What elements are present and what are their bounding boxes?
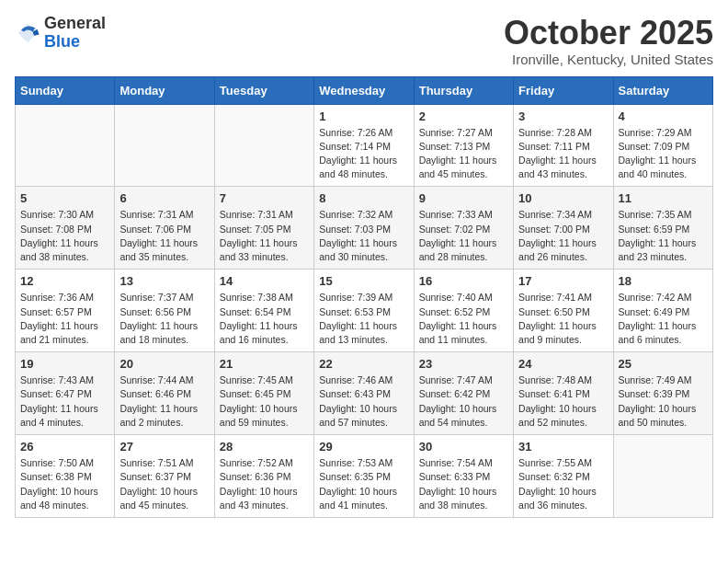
logo-general: General [44,14,106,32]
location: Ironville, Kentucky, United States [504,52,713,67]
page-header: General Blue October 2025 Ironville, Ken… [15,15,713,67]
calendar-cell: 13Sunrise: 7:37 AM Sunset: 6:56 PM Dayli… [115,270,214,352]
day-info: Sunrise: 7:54 AM Sunset: 6:33 PM Dayligh… [419,456,508,512]
day-number: 3 [518,109,608,123]
day-number: 8 [319,191,408,205]
day-info: Sunrise: 7:26 AM Sunset: 7:14 PM Dayligh… [319,126,408,182]
calendar-cell: 28Sunrise: 7:52 AM Sunset: 6:36 PM Dayli… [214,435,313,518]
logo-icon [15,20,40,46]
calendar-cell [16,104,115,187]
month-title: October 2025 [504,15,713,52]
day-number: 20 [119,357,209,371]
day-number: 17 [518,274,608,288]
calendar-week: 5Sunrise: 7:30 AM Sunset: 7:08 PM Daylig… [16,187,713,270]
calendar-cell: 1Sunrise: 7:26 AM Sunset: 7:14 PM Daylig… [314,104,414,187]
calendar-cell: 14Sunrise: 7:38 AM Sunset: 6:54 PM Dayli… [214,270,313,352]
day-info: Sunrise: 7:50 AM Sunset: 6:38 PM Dayligh… [20,456,109,512]
calendar-cell: 11Sunrise: 7:35 AM Sunset: 6:59 PM Dayli… [613,187,712,270]
day-info: Sunrise: 7:34 AM Sunset: 7:00 PM Dayligh… [518,208,608,264]
day-info: Sunrise: 7:35 AM Sunset: 6:59 PM Dayligh… [619,208,708,264]
header-day: Monday [115,76,214,104]
calendar-cell: 25Sunrise: 7:49 AM Sunset: 6:39 PM Dayli… [613,352,712,435]
header-day: Thursday [414,76,513,104]
logo-text: General Blue [44,15,106,52]
calendar-week: 19Sunrise: 7:43 AM Sunset: 6:47 PM Dayli… [16,352,713,435]
title-block: October 2025 Ironville, Kentucky, United… [504,15,713,67]
day-number: 1 [319,109,408,123]
day-info: Sunrise: 7:40 AM Sunset: 6:52 PM Dayligh… [419,291,508,347]
day-number: 6 [119,191,209,205]
day-number: 26 [20,440,109,454]
day-info: Sunrise: 7:31 AM Sunset: 7:05 PM Dayligh… [220,208,309,264]
calendar-cell: 19Sunrise: 7:43 AM Sunset: 6:47 PM Dayli… [16,352,115,435]
day-info: Sunrise: 7:46 AM Sunset: 6:43 PM Dayligh… [319,373,408,430]
day-info: Sunrise: 7:47 AM Sunset: 6:42 PM Dayligh… [419,373,508,430]
day-number: 10 [518,191,608,205]
day-info: Sunrise: 7:53 AM Sunset: 6:35 PM Dayligh… [319,456,408,512]
day-info: Sunrise: 7:28 AM Sunset: 7:11 PM Dayligh… [518,126,608,182]
day-number: 30 [419,440,508,454]
day-number: 19 [20,357,109,371]
day-number: 22 [319,357,408,371]
day-info: Sunrise: 7:51 AM Sunset: 6:37 PM Dayligh… [119,456,209,512]
calendar-cell: 2Sunrise: 7:27 AM Sunset: 7:13 PM Daylig… [414,104,513,187]
day-info: Sunrise: 7:52 AM Sunset: 6:36 PM Dayligh… [220,456,309,512]
calendar-cell: 7Sunrise: 7:31 AM Sunset: 7:05 PM Daylig… [214,187,313,270]
calendar-cell: 15Sunrise: 7:39 AM Sunset: 6:53 PM Dayli… [314,270,414,352]
calendar-cell: 23Sunrise: 7:47 AM Sunset: 6:42 PM Dayli… [414,352,513,435]
day-number: 2 [419,109,508,123]
logo-blue: Blue [44,32,80,51]
calendar-cell: 10Sunrise: 7:34 AM Sunset: 7:00 PM Dayli… [514,187,613,270]
day-number: 18 [619,274,708,288]
day-number: 15 [319,274,408,288]
day-info: Sunrise: 7:36 AM Sunset: 6:57 PM Dayligh… [20,291,109,347]
calendar-cell: 5Sunrise: 7:30 AM Sunset: 7:08 PM Daylig… [16,187,115,270]
calendar-cell: 18Sunrise: 7:42 AM Sunset: 6:49 PM Dayli… [613,270,712,352]
day-info: Sunrise: 7:43 AM Sunset: 6:47 PM Dayligh… [20,373,109,430]
day-info: Sunrise: 7:49 AM Sunset: 6:39 PM Dayligh… [619,373,708,430]
day-number: 29 [319,440,408,454]
day-info: Sunrise: 7:37 AM Sunset: 6:56 PM Dayligh… [119,291,209,347]
calendar-cell [214,104,313,187]
calendar-week: 1Sunrise: 7:26 AM Sunset: 7:14 PM Daylig… [16,104,713,187]
day-info: Sunrise: 7:29 AM Sunset: 7:09 PM Dayligh… [619,126,708,182]
day-number: 25 [619,357,708,371]
day-number: 7 [220,191,309,205]
day-number: 13 [119,274,209,288]
day-info: Sunrise: 7:45 AM Sunset: 6:45 PM Dayligh… [220,373,309,430]
header-day: Friday [514,76,613,104]
calendar-cell: 29Sunrise: 7:53 AM Sunset: 6:35 PM Dayli… [314,435,414,518]
day-number: 5 [20,191,109,205]
header-day: Sunday [16,76,115,104]
day-number: 4 [619,109,708,123]
day-info: Sunrise: 7:55 AM Sunset: 6:32 PM Dayligh… [518,456,608,512]
calendar-cell: 6Sunrise: 7:31 AM Sunset: 7:06 PM Daylig… [115,187,214,270]
calendar-cell: 3Sunrise: 7:28 AM Sunset: 7:11 PM Daylig… [514,104,613,187]
calendar-cell: 30Sunrise: 7:54 AM Sunset: 6:33 PM Dayli… [414,435,513,518]
day-info: Sunrise: 7:42 AM Sunset: 6:49 PM Dayligh… [619,291,708,347]
day-info: Sunrise: 7:44 AM Sunset: 6:46 PM Dayligh… [119,373,209,430]
header-row: SundayMondayTuesdayWednesdayThursdayFrid… [16,76,713,104]
day-number: 31 [518,440,608,454]
calendar-body: 1Sunrise: 7:26 AM Sunset: 7:14 PM Daylig… [16,104,713,517]
day-info: Sunrise: 7:39 AM Sunset: 6:53 PM Dayligh… [319,291,408,347]
day-number: 11 [619,191,708,205]
calendar-cell: 26Sunrise: 7:50 AM Sunset: 6:38 PM Dayli… [16,435,115,518]
calendar-cell: 24Sunrise: 7:48 AM Sunset: 6:41 PM Dayli… [514,352,613,435]
calendar-cell: 8Sunrise: 7:32 AM Sunset: 7:03 PM Daylig… [314,187,414,270]
calendar-week: 26Sunrise: 7:50 AM Sunset: 6:38 PM Dayli… [16,435,713,518]
logo: General Blue [15,15,106,52]
day-info: Sunrise: 7:30 AM Sunset: 7:08 PM Dayligh… [20,208,109,264]
day-info: Sunrise: 7:38 AM Sunset: 6:54 PM Dayligh… [220,291,309,347]
calendar-cell: 9Sunrise: 7:33 AM Sunset: 7:02 PM Daylig… [414,187,513,270]
calendar-cell: 22Sunrise: 7:46 AM Sunset: 6:43 PM Dayli… [314,352,414,435]
calendar-cell: 27Sunrise: 7:51 AM Sunset: 6:37 PM Dayli… [115,435,214,518]
day-info: Sunrise: 7:48 AM Sunset: 6:41 PM Dayligh… [518,373,608,430]
day-number: 24 [518,357,608,371]
day-number: 9 [419,191,508,205]
calendar-cell: 17Sunrise: 7:41 AM Sunset: 6:50 PM Dayli… [514,270,613,352]
calendar-cell [115,104,214,187]
day-info: Sunrise: 7:27 AM Sunset: 7:13 PM Dayligh… [419,126,508,182]
day-number: 28 [220,440,309,454]
day-number: 16 [419,274,508,288]
